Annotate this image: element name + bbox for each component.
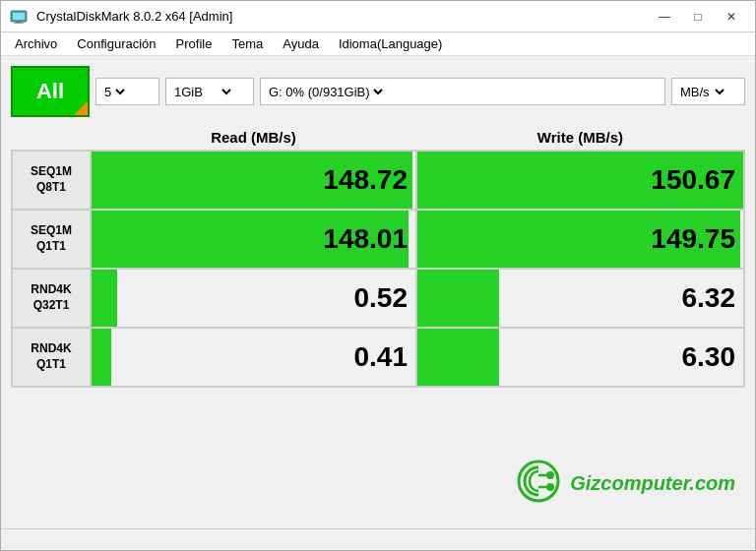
row-read-1: 148.01 [91,210,416,269]
row-read-3: 0.41 [91,328,416,387]
app-window: CrystalDiskMark 8.0.2 x64 [Admin] — □ ✕ … [0,0,756,551]
read-value-1: 148.01 [323,223,408,255]
watermark-logo [515,458,562,509]
table-row: RND4KQ32T10.526.32 [12,269,744,328]
menu-idioma[interactable]: Idioma(Language) [329,34,453,53]
menu-ayuda[interactable]: Ayuda [273,34,329,53]
drive-dropdown[interactable]: G: 0% (0/931GiB) [260,78,665,105]
read-value-0: 148.72 [323,164,408,196]
status-bar [1,528,755,550]
menu-profile[interactable]: Profile [166,34,222,53]
menu-archivo[interactable]: Archivo [5,34,67,53]
size-dropdown[interactable]: 16MiB 64MiB 256MiB 512MiB 1GiB 2GiB 4GiB [165,78,254,105]
write-value-1: 149.75 [651,223,735,255]
table-row: RND4KQ1T10.416.30 [12,328,744,387]
results-table: Read (MB/s) Write (MB/s) SEQ1MQ8T1148.72… [11,125,745,388]
table-header-row: Read (MB/s) Write (MB/s) [12,125,744,151]
title-bar: CrystalDiskMark 8.0.2 x64 [Admin] — □ ✕ [1,1,755,32]
col-label-header [12,125,91,151]
write-value-0: 150.67 [651,164,735,196]
read-value-3: 0.41 [353,341,408,373]
window-controls: — □ ✕ [649,6,747,28]
write-value-3: 6.30 [682,341,736,373]
watermark: Gizcomputer.com [515,458,735,509]
all-button[interactable]: All [11,66,90,117]
write-value-2: 6.32 [682,282,736,314]
menu-bar: Archivo Configuración Profile Tema Ayuda… [1,32,755,56]
svg-point-4 [519,461,558,501]
row-read-0: 148.72 [91,151,416,210]
watermark-text: Gizcomputer.com [570,472,735,495]
maximize-button[interactable]: □ [682,6,714,28]
svg-point-5 [546,471,554,479]
window-title: CrystalDiskMark 8.0.2 x64 [Admin] [36,9,649,24]
row-label-1: SEQ1MQ1T1 [12,210,91,269]
controls-row: All 1 3 5 9 16MiB 64MiB 256MiB 512MiB [11,66,745,117]
table-row: SEQ1MQ8T1148.72150.67 [12,151,744,210]
row-label-0: SEQ1MQ8T1 [12,151,91,210]
row-read-2: 0.52 [91,269,416,328]
row-write-3: 6.30 [416,328,744,387]
size-select[interactable]: 16MiB 64MiB 256MiB 512MiB 1GiB 2GiB 4GiB [170,84,234,100]
read-value-2: 0.52 [353,282,408,314]
row-write-1: 149.75 [416,210,744,269]
count-select[interactable]: 1 3 5 9 [100,84,128,100]
table-row: SEQ1MQ1T1148.01149.75 [12,210,744,269]
row-write-0: 150.67 [416,151,744,210]
menu-configuracion[interactable]: Configuración [67,34,165,53]
svg-rect-2 [16,21,22,23]
main-area: All 1 3 5 9 16MiB 64MiB 256MiB 512MiB [1,56,755,528]
menu-tema[interactable]: Tema [221,34,273,53]
minimize-button[interactable]: — [649,6,680,28]
unit-dropdown[interactable]: MB/s GB/s IOPS μs [671,78,745,105]
svg-rect-3 [14,23,24,24]
col-write-header: Write (MB/s) [416,125,744,151]
count-dropdown[interactable]: 1 3 5 9 [95,78,159,105]
main-content: All 1 3 5 9 16MiB 64MiB 256MiB 512MiB [1,56,755,398]
drive-select[interactable]: G: 0% (0/931GiB) [265,84,386,100]
row-label-2: RND4KQ32T1 [12,269,91,328]
svg-rect-1 [13,13,25,20]
close-button[interactable]: ✕ [716,6,747,28]
row-label-3: RND4KQ1T1 [12,328,91,387]
svg-point-6 [546,483,554,491]
col-read-header: Read (MB/s) [91,125,416,151]
unit-select[interactable]: MB/s GB/s IOPS μs [676,84,727,100]
app-icon [9,7,29,27]
row-write-2: 6.32 [416,269,744,328]
